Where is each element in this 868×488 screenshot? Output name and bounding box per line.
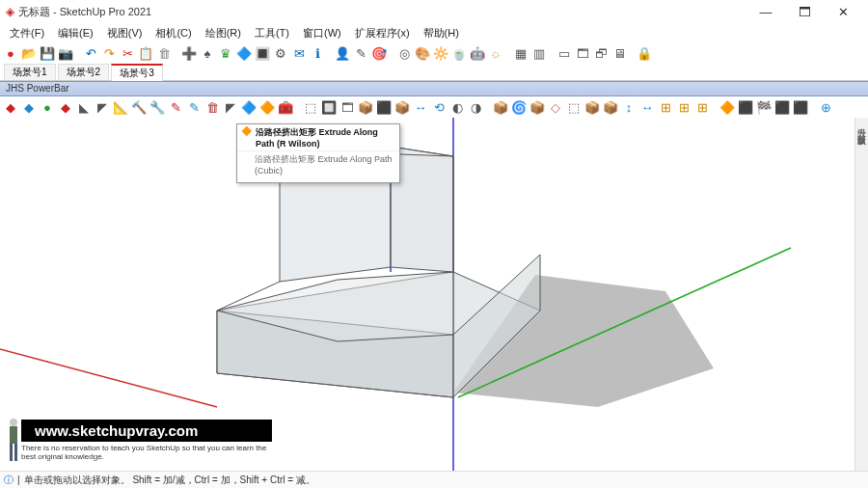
powerbar-button[interactable]: ◤	[222, 98, 239, 116]
powerbar-button[interactable]: 🔶	[719, 98, 736, 116]
powerbar-button[interactable]: ◑	[467, 98, 484, 116]
toolbar-button[interactable]: 🗗	[592, 44, 610, 62]
toolbar-button[interactable]: 📷	[57, 44, 74, 62]
powerbar-button[interactable]: 📦	[529, 98, 546, 116]
menu-view[interactable]: 视图(V)	[101, 25, 149, 41]
toolbar-button[interactable]: ℹ	[309, 44, 326, 62]
tooltip-title: 沿路径挤出矩形 Extrude Along Path (R Wilson)	[256, 126, 395, 149]
toolbar-button[interactable]: 🎯	[370, 44, 388, 62]
toolbar-button[interactable]: 🍵	[450, 44, 468, 62]
powerbar-button[interactable]: ↔	[412, 98, 429, 116]
powerbar-button[interactable]: ⊞	[693, 98, 711, 116]
powerbar-button[interactable]: 🏁	[755, 98, 773, 116]
toolbar-button[interactable]: 🗔	[574, 44, 591, 62]
toolbar-button[interactable]: 🤖	[469, 44, 486, 62]
scene-tab-2[interactable]: 场景号2	[58, 64, 110, 80]
toolbar-button[interactable]: ↷	[100, 44, 118, 62]
powerbar-button[interactable]: ⊞	[657, 98, 674, 116]
powerbar-button[interactable]: ⬛	[792, 98, 809, 116]
toolbar-button[interactable]: 🎨	[414, 44, 431, 62]
toolbar-button[interactable]: ♛	[217, 44, 234, 62]
toolbar-button[interactable]: ↶	[82, 44, 99, 62]
minimize-button[interactable]: —	[746, 5, 785, 19]
toolbar-button[interactable]: ◎	[395, 44, 413, 62]
powerbar-button[interactable]: 🗔	[339, 98, 356, 116]
viewport[interactable]: 🔶 沿路径挤出矩形 Extrude Along Path (R Wilson) …	[0, 118, 854, 471]
powerbar-button[interactable]: 📦	[492, 98, 509, 116]
menu-draw[interactable]: 绘图(R)	[200, 25, 247, 41]
toolbar-button[interactable]: ➕	[180, 44, 198, 62]
toolbar-button[interactable]: 🗑	[155, 44, 173, 62]
window-title: 无标题 - SketchUp Pro 2021	[18, 5, 151, 19]
menu-camera[interactable]: 相机(C)	[149, 25, 197, 41]
toolbar-button[interactable]: ✂	[119, 44, 136, 62]
powerbar-button[interactable]: ◣	[75, 98, 93, 116]
powerbar-button[interactable]: 📦	[357, 98, 374, 116]
toolbar-button[interactable]: 📋	[137, 44, 154, 62]
svg-rect-16	[10, 444, 13, 461]
maximize-button[interactable]: 🗖	[785, 5, 824, 19]
toolbar-button[interactable]: 🔒	[636, 44, 653, 62]
main-toolbar: ●📂💾📷↶↷✂📋🗑➕♠♛🔷🔳⚙✉ℹ👤✎🎯◎🎨🔆🍵🤖☼▦▥▭🗔🗗🖥🔒	[0, 42, 868, 64]
toolbar-button[interactable]: 🔆	[432, 44, 449, 62]
powerbar-button[interactable]: ⬚	[565, 98, 583, 116]
toolbar-button[interactable]: ✉	[290, 44, 308, 62]
powerbar-button[interactable]: 🧰	[277, 98, 294, 116]
toolbar-button[interactable]: 📂	[20, 44, 38, 62]
powerbar-button[interactable]: ◆	[2, 98, 19, 116]
powerbar-button[interactable]: 📦	[393, 98, 411, 116]
menu-file[interactable]: 文件(F)	[4, 25, 50, 41]
powerbar-button[interactable]: 🔲	[320, 98, 338, 116]
powerbar-button[interactable]: 🗑	[203, 98, 221, 116]
powerbar-button[interactable]: 🔶	[258, 98, 276, 116]
powerbar-button[interactable]: ↕	[620, 98, 637, 116]
close-button[interactable]: ✕	[824, 5, 862, 19]
powerbar-button[interactable]: ⟲	[430, 98, 448, 116]
powerbar-button[interactable]: ⬛	[737, 98, 754, 116]
powerbar-button[interactable]: 📐	[112, 98, 129, 116]
toolbar-button[interactable]: 👤	[334, 44, 351, 62]
powerbar-button[interactable]: ✎	[185, 98, 203, 116]
menu-help[interactable]: 帮助(H)	[418, 25, 465, 41]
powerbar-button[interactable]: ⊕	[817, 98, 834, 116]
powerbar-button[interactable]: ◆	[20, 98, 38, 116]
powerbar-button[interactable]: ↔	[638, 98, 656, 116]
svg-rect-15	[10, 426, 17, 444]
powerbar-button[interactable]: ◤	[94, 98, 111, 116]
toolbar-button[interactable]: 💾	[39, 44, 56, 62]
scene-tab-1[interactable]: 场景号1	[4, 64, 56, 80]
powerbar-button[interactable]: 🔷	[240, 98, 258, 116]
powerbar-button[interactable]: ●	[39, 98, 56, 116]
powerbar-button[interactable]: 📦	[583, 98, 601, 116]
powerbar-button[interactable]: ⬚	[302, 98, 319, 116]
toolbar-button[interactable]: ●	[2, 44, 19, 62]
powerbar-button[interactable]: ✎	[167, 98, 184, 116]
toolbar-button[interactable]: ✎	[352, 44, 369, 62]
toolbar-button[interactable]: ☼	[487, 44, 504, 62]
svg-line-1	[0, 349, 217, 407]
powerbar-button[interactable]: ⊞	[675, 98, 692, 116]
scene-tab-3[interactable]: 场景号3	[111, 64, 163, 81]
watermark-sub: There is no reservation to teach you Ske…	[21, 444, 272, 461]
toolbar-button[interactable]: 🔷	[235, 44, 253, 62]
toolbar-button[interactable]: ♠	[199, 44, 216, 62]
toolbar-button[interactable]: ▭	[556, 44, 573, 62]
powerbar-button[interactable]: ◆	[57, 98, 74, 116]
menu-edit[interactable]: 编辑(E)	[52, 25, 99, 41]
menu-window[interactable]: 窗口(W)	[297, 25, 347, 41]
toolbar-button[interactable]: ▥	[530, 44, 548, 62]
menu-tools[interactable]: 工具(T)	[249, 25, 295, 41]
powerbar-button[interactable]: ⬛	[773, 98, 791, 116]
powerbar-button[interactable]: 📦	[602, 98, 619, 116]
powerbar-button[interactable]: 🌀	[510, 98, 528, 116]
powerbar-button[interactable]: 🔧	[149, 98, 166, 116]
toolbar-button[interactable]: ⚙	[272, 44, 289, 62]
powerbar-button[interactable]: 🔨	[130, 98, 148, 116]
menu-ext[interactable]: 扩展程序(x)	[349, 25, 416, 41]
toolbar-button[interactable]: 🔳	[254, 44, 271, 62]
powerbar-button[interactable]: ⬛	[375, 98, 393, 116]
powerbar-button[interactable]: ◐	[448, 98, 466, 116]
toolbar-button[interactable]: ▦	[512, 44, 529, 62]
powerbar-button[interactable]: ◇	[547, 98, 564, 116]
toolbar-button[interactable]: 🖥	[610, 44, 628, 62]
